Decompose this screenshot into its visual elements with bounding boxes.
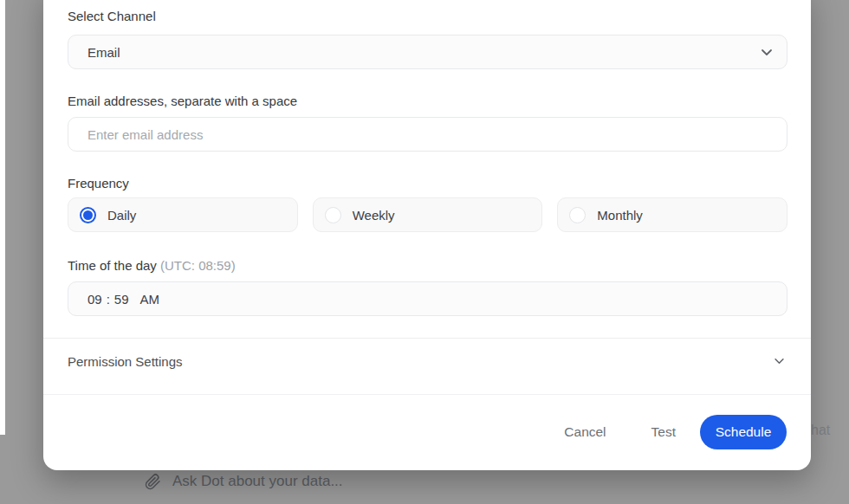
- time-input[interactable]: 09 : 59 AM: [68, 281, 787, 316]
- background-partial-text: hat: [811, 423, 830, 438]
- channel-label: Select Channel: [68, 9, 156, 23]
- permission-settings-toggle[interactable]: Permission Settings: [68, 350, 787, 372]
- dialog-footer: Cancel Test Schedule: [43, 394, 811, 470]
- chat-input-bar: Ask Dot about your data...: [145, 473, 343, 490]
- chat-placeholder-text: Ask Dot about your data...: [172, 473, 343, 490]
- screen: hat Ask Dot about your data... Select Ch…: [0, 0, 849, 504]
- chevron-down-icon: [761, 48, 773, 56]
- frequency-option-monthly[interactable]: Monthly: [557, 197, 787, 232]
- time-minute: 59: [114, 292, 129, 307]
- radio-unselected-icon: [325, 207, 341, 223]
- test-button[interactable]: Test: [651, 424, 676, 440]
- time-of-day-label: Time of the day (UTC: 08:59): [68, 258, 236, 273]
- radio-unselected-icon: [569, 207, 586, 223]
- utc-note: (UTC: 08:59): [160, 258, 236, 273]
- time-hour: 09: [87, 292, 102, 307]
- email-input-placeholder: Enter email address: [87, 127, 203, 142]
- cancel-button[interactable]: Cancel: [564, 424, 606, 440]
- frequency-label: Frequency: [68, 176, 129, 191]
- frequency-option-daily[interactable]: Daily: [68, 197, 298, 232]
- paperclip-icon: [145, 474, 161, 490]
- frequency-option-label: Daily: [107, 208, 136, 223]
- email-address-input[interactable]: Enter email address: [68, 117, 787, 152]
- background-edge: [0, 0, 5, 435]
- time-label-text: Time of the day: [68, 258, 157, 273]
- radio-selected-icon: [80, 207, 96, 223]
- frequency-options: Daily Weekly Monthly: [68, 197, 787, 232]
- channel-select[interactable]: Email: [68, 35, 787, 69]
- schedule-button[interactable]: Schedule: [700, 415, 787, 449]
- chevron-down-icon: [774, 358, 785, 365]
- email-addresses-label: Email addresses, separate with a space: [68, 94, 297, 108]
- divider: [43, 338, 811, 339]
- frequency-option-label: Monthly: [597, 208, 643, 223]
- channel-select-value: Email: [87, 45, 120, 60]
- permission-settings-label: Permission Settings: [68, 354, 183, 369]
- frequency-option-label: Weekly: [353, 208, 395, 223]
- schedule-dialog: Select Channel Email Email addresses, se…: [43, 0, 811, 470]
- time-meridiem: AM: [140, 292, 160, 307]
- time-separator: :: [107, 292, 110, 307]
- frequency-option-weekly[interactable]: Weekly: [313, 197, 543, 232]
